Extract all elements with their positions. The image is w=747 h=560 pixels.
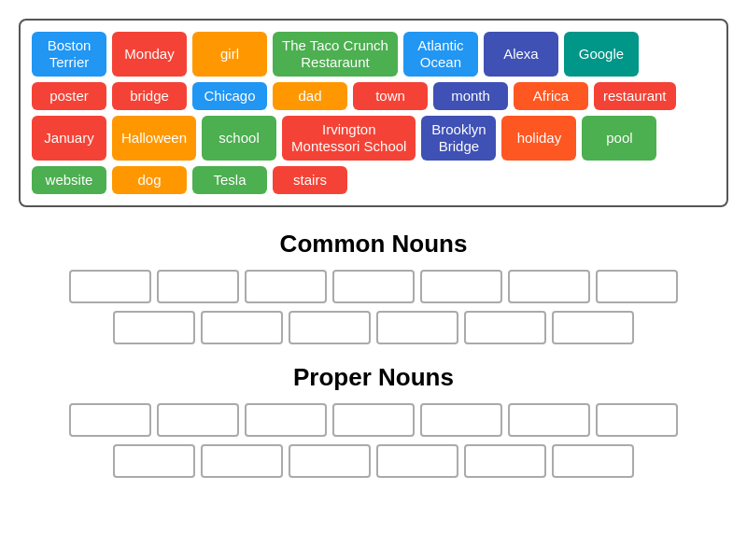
answer-box[interactable] [464, 444, 546, 478]
answer-box[interactable] [69, 270, 151, 303]
answer-box[interactable] [552, 444, 634, 478]
answer-box[interactable] [596, 403, 678, 437]
answer-box[interactable] [289, 444, 371, 478]
answer-box[interactable] [596, 270, 678, 303]
answer-box[interactable] [376, 444, 458, 478]
answer-box[interactable] [332, 403, 415, 437]
proper-nouns-title: Proper Nouns [28, 363, 719, 392]
proper-nouns-section: Proper Nouns [28, 363, 719, 478]
answer-box[interactable] [508, 403, 590, 437]
word-tile-restaurant[interactable]: restaurant [594, 82, 676, 110]
proper-nouns-row1 [28, 403, 719, 437]
word-tile-chicago[interactable]: Chicago [192, 82, 267, 110]
word-tile-poster[interactable]: poster [32, 82, 106, 110]
word-tile-atlantic-ocean[interactable]: Atlantic Ocean [403, 32, 478, 77]
word-tile-dad[interactable]: dad [273, 82, 347, 110]
word-tile-google[interactable]: Google [564, 32, 639, 77]
word-tile-town[interactable]: town [353, 82, 428, 110]
answer-box[interactable] [157, 403, 239, 437]
answer-box[interactable] [332, 270, 415, 303]
word-tile-pool[interactable]: pool [582, 116, 656, 161]
common-nouns-section: Common Nouns [28, 230, 719, 344]
answer-box[interactable] [552, 311, 634, 344]
word-tile-stairs[interactable]: stairs [273, 166, 347, 194]
word-tile-bridge[interactable]: bridge [112, 82, 187, 110]
common-nouns-title: Common Nouns [28, 230, 719, 259]
word-tile-monday[interactable]: Monday [112, 32, 187, 77]
answer-box[interactable] [420, 270, 502, 303]
answer-box[interactable] [508, 270, 590, 303]
word-tile-website[interactable]: website [32, 166, 106, 194]
answer-box[interactable] [289, 311, 371, 344]
word-tile-dog[interactable]: dog [112, 166, 187, 194]
sections-container: Common Nouns Proper Nouns [19, 230, 728, 478]
common-nouns-row1 [28, 270, 719, 303]
answer-box[interactable] [157, 270, 239, 303]
word-tile-holiday[interactable]: holiday [501, 116, 576, 161]
word-tile-boston-terrier[interactable]: Boston Terrier [32, 32, 106, 77]
common-nouns-row2 [28, 311, 719, 344]
answer-box[interactable] [245, 403, 327, 437]
answer-box[interactable] [69, 403, 151, 437]
word-tile-alexa[interactable]: Alexa [484, 32, 558, 77]
proper-nouns-row2 [28, 444, 719, 478]
answer-box[interactable] [201, 444, 283, 478]
word-tile-brooklyn-bridge[interactable]: Brooklyn Bridge [421, 116, 496, 161]
word-tile-january[interactable]: January [32, 116, 106, 161]
word-tile-month[interactable]: month [433, 82, 508, 110]
word-bank: Boston TerrierMondaygirlThe Taco Crunch … [19, 19, 728, 207]
word-tile-irvington[interactable]: Irvington Montessori School [282, 116, 416, 161]
word-tile-halloween[interactable]: Halloween [112, 116, 196, 161]
word-tile-taco-crunch[interactable]: The Taco Crunch Restaraunt [273, 32, 398, 77]
word-tile-tesla[interactable]: Tesla [192, 166, 267, 194]
answer-box[interactable] [113, 311, 195, 344]
answer-box[interactable] [464, 311, 546, 344]
answer-box[interactable] [201, 311, 283, 344]
answer-box[interactable] [245, 270, 327, 303]
word-tile-school[interactable]: school [202, 116, 276, 161]
answer-box[interactable] [113, 444, 195, 478]
answer-box[interactable] [420, 403, 502, 437]
word-tile-africa[interactable]: Africa [514, 82, 588, 110]
answer-box[interactable] [376, 311, 458, 344]
word-tile-girl[interactable]: girl [192, 32, 267, 77]
